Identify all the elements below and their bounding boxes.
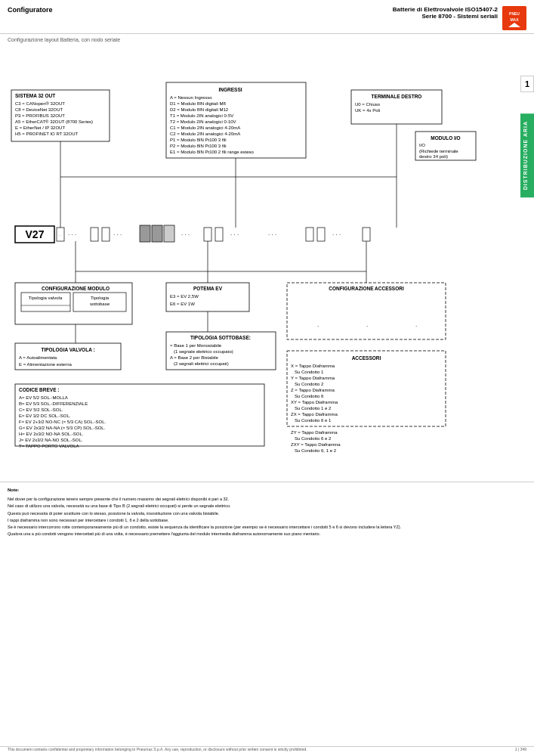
svg-text:ZX = Tappo Diaframma: ZX = Tappo Diaframma — [291, 412, 338, 417]
svg-text:Y  = Tappo Diaframma: Y = Tappo Diaframma — [291, 376, 335, 380]
svg-text:H5 = PROFINET IO RT 32OUT: H5 = PROFINET IO RT 32OUT — [15, 132, 79, 136]
svg-text:(2 segnali elettrici occupati): (2 segnali elettrici occupati) — [174, 361, 229, 366]
svg-text:E3 = EV 2,5W: E3 = EV 2,5W — [170, 294, 199, 299]
note-line-5: Se è necessario intercorrono rotte conte… — [8, 524, 526, 530]
note-line-2: Nel caso di utilizzo una valvola, necess… — [8, 503, 526, 509]
svg-text:ZXY = Tappo Diaframma: ZXY = Tappo Diaframma — [291, 442, 341, 447]
svg-rect-39 — [102, 228, 110, 241]
svg-text:D1 = Modulo 8IN digitali M8: D1 = Modulo 8IN digitali M8 — [170, 101, 227, 106]
svg-text:U0 = Chiuso: U0 = Chiuso — [355, 102, 381, 107]
svg-text:destro 34 poli): destro 34 poli) — [419, 154, 448, 159]
svg-rect-52 — [363, 228, 370, 241]
svg-text:Su Condotto 2: Su Condotto 2 — [295, 382, 324, 386]
svg-text:ACCESSORI: ACCESSORI — [352, 355, 381, 361]
svg-rect-41 — [140, 225, 150, 242]
svg-text:· · ·: · · · — [230, 231, 239, 238]
svg-text:TIPOLOGIA VALVOLA :: TIPOLOGIA VALVOLA : — [41, 347, 94, 352]
svg-text:T= TAPPO PORTO VALVOLA: T= TAPPO PORTO VALVOLA — [19, 444, 79, 448]
note-line-3: Questo può necessita di poter sostituire… — [8, 510, 526, 516]
svg-text:G= EV 2x3/2 NA-NA (= 5/3 CP) S: G= EV 2x3/2 NA-NA (= 5/3 CP) SOL.-SOL. — [19, 426, 106, 430]
subheader-text: Configurazione layout Batteria, con nodo… — [8, 37, 120, 42]
footer-right-text: 1 | 349 — [515, 747, 526, 751]
svg-text:E6 = EV 1W: E6 = EV 1W — [170, 302, 195, 306]
svg-text:E1 = Modulo 8IN Pt100 2 fili r: E1 = Modulo 8IN Pt100 2 fili range estes… — [170, 150, 255, 154]
svg-text:POTEMA EV: POTEMA EV — [193, 286, 223, 291]
svg-text:CODICE BREVE :: CODICE BREVE : — [19, 387, 59, 392]
svg-text:TIPOLOGIA SOTTOBASE:: TIPOLOGIA SOTTOBASE: — [190, 335, 251, 340]
svg-text:Tipologia: Tipologia — [91, 296, 110, 300]
svg-text:C= EV 5/2 SOL.-SOL.: C= EV 5/2 SOL.-SOL. — [19, 407, 63, 412]
header-title-line2: Serie 8700 - Sistemi seriali — [393, 13, 498, 20]
svg-text:A = Nessun Ingresso: A = Nessun Ingresso — [170, 95, 212, 100]
svg-text:sottobase: sottobase — [90, 302, 110, 306]
svg-text:Tipologia valvola: Tipologia valvola — [29, 296, 63, 300]
svg-text:· · ·: · · · — [268, 231, 276, 238]
header-title: Batterie di Elettrovalvole ISO15407-2 Se… — [393, 6, 498, 20]
svg-text:CONFIGURAZIONE MODULO: CONFIGURAZIONE MODULO — [42, 286, 110, 291]
header-title-line1: Batterie di Elettrovalvole ISO15407-2 — [393, 6, 498, 13]
svg-text:H= EV 2x3/2 NO-NA SOL.-SOL.: H= EV 2x3/2 NO-NA SOL.-SOL. — [19, 432, 84, 436]
svg-text:C1 = Modulo 2IN analogici 4-20: C1 = Modulo 2IN analogici 4-20mA — [170, 125, 240, 130]
svg-text:E = Alimentazione esterna: E = Alimentazione esterna — [19, 362, 73, 367]
svg-text:Su Condotto 1: Su Condotto 1 — [295, 370, 324, 374]
note-line-6: Qualora una a più condotti vengono inter… — [8, 531, 526, 537]
svg-text:Su Condotto 6: Su Condotto 6 — [295, 394, 324, 398]
svg-text:· · ·: · · · — [113, 231, 122, 238]
diagram-svg: SISTEMA 32 OUT C3 = CANopen® 32OUT C8 = … — [8, 48, 506, 472]
svg-text:A = Base 2 per Bistabile: A = Base 2 per Bistabile — [170, 355, 219, 360]
notes-title: Note: — [8, 487, 526, 494]
svg-rect-50 — [317, 228, 325, 241]
page-number-tab: 1 — [520, 76, 534, 92]
svg-rect-46 — [215, 228, 223, 241]
svg-text:P1 = Modulo 8IN Pt100 3 fili: P1 = Modulo 8IN Pt100 3 fili — [170, 138, 227, 142]
header-right: Batterie di Elettrovalvole ISO15407-2 Se… — [393, 6, 526, 30]
svg-text:A= EV 5/2 SOL.-MOLLA: A= EV 5/2 SOL.-MOLLA — [19, 395, 68, 400]
svg-rect-72 — [287, 283, 446, 339]
footer-left-text: This document contains confidential and … — [8, 747, 307, 751]
svg-text:F= EV 2+3/2 NO-NC (= 5/3 CA) S: F= EV 2+3/2 NO-NC (= 5/3 CA) SOL.-SOL. — [19, 420, 106, 424]
page-header: Configuratore Batterie di Elettrovalvole… — [0, 0, 534, 34]
svg-text:A5 = EtherCAT® 32OUT (8700 Ser: A5 = EtherCAT® 32OUT (8700 Series) — [15, 119, 93, 124]
svg-text:Su Condotto 6, 1 e 2: Su Condotto 6, 1 e 2 — [295, 448, 337, 453]
svg-text:ZY = Tappo Diaframma: ZY = Tappo Diaframma — [291, 430, 338, 435]
svg-text:·: · — [60, 233, 60, 237]
svg-text:C2 = Modulo 2IN analogici 4-20: C2 = Modulo 2IN analogici 4-20mA — [170, 132, 240, 136]
svg-text:Su Condotto 6 e 1: Su Condotto 6 e 1 — [295, 418, 332, 423]
main-content: SISTEMA 32 OUT C3 = CANopen® 32OUT C8 = … — [0, 45, 534, 476]
svg-text:(Richiede terminale: (Richiede terminale — [419, 149, 458, 153]
svg-text:D2 = Modulo 8IN digitali M12: D2 = Modulo 8IN digitali M12 — [170, 107, 229, 112]
svg-text:UK = 4x Poli: UK = 4x Poli — [355, 108, 380, 113]
svg-text:TERMINALE DESTRO: TERMINALE DESTRO — [372, 94, 422, 99]
svg-text:C8 = DeviceNet 32OUT: C8 = DeviceNet 32OUT — [15, 107, 63, 112]
note-line-4: I tappi diaframma non sono necessari per… — [8, 517, 526, 523]
svg-text:E= EV 3/2 DC SOL.-SOL.: E= EV 3/2 DC SOL.-SOL. — [19, 414, 71, 418]
svg-text:MAX: MAX — [510, 17, 519, 22]
svg-text:·: · — [317, 323, 319, 330]
note-line-1: Nel dover per la configurazione tenere s… — [8, 496, 526, 502]
svg-text:E  = EtherNet / IP 32OUT: E = EtherNet / IP 32OUT — [15, 125, 65, 130]
svg-text:Su Condotto 1 e 2: Su Condotto 1 e 2 — [295, 406, 332, 411]
company-logo: PNEU MAX — [502, 6, 526, 30]
svg-text:MODULO I/O: MODULO I/O — [431, 135, 460, 141]
svg-rect-49 — [306, 228, 313, 241]
svg-text:· · ·: · · · — [181, 231, 190, 238]
svg-text:V27: V27 — [26, 228, 45, 240]
svg-text:C3 = CANopen® 32OUT: C3 = CANopen® 32OUT — [15, 101, 65, 106]
svg-text:Z  = Tappo Diaframma: Z = Tappo Diaframma — [291, 388, 335, 392]
svg-text:A = Autoalimentata: A = Autoalimentata — [19, 355, 57, 360]
svg-text:· · ·: · · · — [68, 231, 76, 238]
svg-text:CONFIGURAZIONE ACCESSORI: CONFIGURAZIONE ACCESSORI — [329, 286, 404, 291]
svg-text:J= EV 2x3/2 NA-NO SOL.-SOL.: J= EV 2x3/2 NA-NO SOL.-SOL. — [19, 438, 83, 442]
page-footer: This document contains confidential and … — [0, 746, 534, 751]
svg-text:SISTEMA 32 OUT: SISTEMA 32 OUT — [15, 93, 55, 98]
svg-rect-43 — [164, 225, 174, 242]
side-tab-label: DISTRIBUZIONE ARIA — [520, 113, 534, 197]
svg-rect-45 — [204, 228, 211, 241]
svg-text:PNEU: PNEU — [509, 11, 520, 16]
svg-text:P3 = PROFIBUS 32OUT: P3 = PROFIBUS 32OUT — [15, 113, 65, 118]
svg-text:B= EV 5/3 SOL.-DIFFERENZIALE: B= EV 5/3 SOL.-DIFFERENZIALE — [19, 401, 88, 406]
svg-text:·: · — [366, 323, 368, 330]
subheader: Configurazione layout Batteria, con nodo… — [0, 34, 534, 45]
svg-text:I/O: I/O — [419, 143, 425, 147]
svg-text:T1 = Modulo 2IN analogici 0-5V: T1 = Modulo 2IN analogici 0-5V — [170, 113, 233, 118]
